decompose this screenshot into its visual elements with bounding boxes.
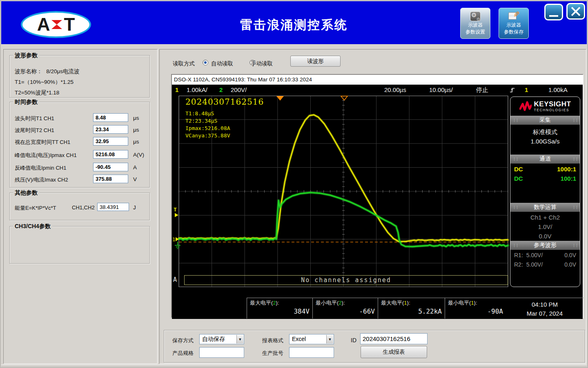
record-id-input[interactable] bbox=[360, 333, 428, 344]
measurement-cell: 最小电平(1): -90A bbox=[445, 298, 506, 319]
no-channels-banner: No channels assigned bbox=[184, 275, 508, 285]
time-row-label: 波头时间T1 CH1 bbox=[15, 115, 54, 122]
close-button[interactable] bbox=[566, 3, 585, 20]
osc-title-bar: DSO-X 1102A, CN59394193: Thu Mar 07 16:1… bbox=[172, 75, 583, 85]
math-expression: Ch1 + Ch2 bbox=[510, 213, 580, 222]
batch-number-label: 生产批号 bbox=[262, 350, 283, 357]
imax-input[interactable] bbox=[93, 175, 128, 183]
osc-status-bar: 1 1.00kA/ 2 200V/ 20.00µs 10.00µs/ 停止 1 … bbox=[172, 85, 583, 96]
ch1-coupling: DC bbox=[514, 164, 523, 174]
header-bar: A T 雷击浪涌测控系统 ⚙⚙ 示波器 参数设置 ✎ 示波器 参数保存 bbox=[1, 1, 587, 44]
time-scale: 10.00µs/ bbox=[429, 86, 453, 94]
oscilloscope-panel: 读取方式 自动读取 手动读取 读波形 DSO-X 1102A, CN593941… bbox=[159, 49, 586, 364]
minimize-button[interactable] bbox=[544, 4, 563, 20]
ch1-number: 1 bbox=[175, 86, 178, 94]
save-mode-select[interactable]: 自动保存 ▼ bbox=[199, 334, 244, 344]
reference-section-header: ⋮⋮参考波形⋮⋮ bbox=[510, 241, 580, 250]
math-section-header: ⋮⋮数学运算⋮⋮ bbox=[510, 203, 580, 212]
measurements-bar: 最大电平(2): 384V 最小电平(2): -66V 最大电平(1): 5.2… bbox=[172, 287, 583, 319]
other-params-title: 其他参数 bbox=[13, 189, 39, 197]
save-mode-label: 保存方式 bbox=[172, 337, 194, 344]
ipmin-input[interactable] bbox=[93, 163, 128, 171]
t1-input[interactable] bbox=[93, 113, 128, 122]
math-scale: 1.0V/ bbox=[510, 222, 580, 231]
ipmax-input[interactable] bbox=[93, 150, 128, 159]
time-row-label: 视在总宽度时间TT CH1 bbox=[15, 139, 70, 146]
min-level-ch2-value: -66V bbox=[316, 307, 375, 316]
chevron-down-icon[interactable]: ▼ bbox=[326, 335, 333, 343]
ref1-offset: 0.0V bbox=[564, 251, 576, 260]
batch-number-input[interactable] bbox=[289, 347, 334, 358]
sample-rate: 1.00GSa/s bbox=[510, 137, 580, 146]
acquire-section-header: ⋮⋮采集⋮⋮ bbox=[510, 116, 580, 125]
ch2-number: 2 bbox=[219, 86, 223, 94]
max-level-ch1-value: 5.22kA bbox=[381, 307, 442, 316]
channels-section-header: ⋮⋮通道⋮⋮ bbox=[510, 155, 580, 164]
waveform-name-label: 波形名称： bbox=[15, 68, 42, 74]
measurement-cell: 最小电平(2): -66V bbox=[312, 298, 378, 319]
acquire-section: 标准模式 1.00GSa/s bbox=[510, 125, 580, 155]
trigger-level-arrow-icon bbox=[175, 213, 178, 217]
t1-annotation: T1:8.48µS bbox=[185, 110, 214, 117]
report-format-select[interactable]: Excel ▼ bbox=[289, 334, 334, 344]
time-params-group: 时间参数 波头时间T1 CH1 μs 波尾时间T2 CH1 μs 视在总宽度时间… bbox=[9, 102, 150, 188]
chevron-down-icon[interactable]: ▼ bbox=[236, 335, 243, 343]
osc-settings-button[interactable]: ⚙⚙ 示波器 参数设置 bbox=[460, 8, 490, 39]
keysight-name: KEYSIGHT bbox=[534, 101, 571, 108]
min-level-ch1-value: -90A bbox=[448, 307, 503, 316]
energy-formula-label: 能量E=K*IP*Vc*T bbox=[15, 204, 56, 212]
generate-report-button[interactable]: 生成报表 bbox=[361, 346, 427, 358]
tt-input[interactable] bbox=[93, 137, 128, 146]
time-row-label: 波尾时间T2 CH1 bbox=[15, 127, 54, 134]
energy-channels-label: CH1,CH2 bbox=[72, 204, 95, 211]
read-waveform-button[interactable]: 读波形 bbox=[290, 56, 341, 67]
ch2-probe-ratio: 100:1 bbox=[561, 174, 576, 183]
product-spec-input[interactable] bbox=[199, 347, 244, 358]
waveform-name-value: 8/20μs电流波 bbox=[46, 68, 79, 74]
max-level-ch2-value: 384V bbox=[250, 307, 310, 316]
waveform-params-title: 波形参数 bbox=[13, 52, 39, 59]
measurement-cell: 最大电平(1): 5.22kA bbox=[378, 298, 445, 319]
time-row-label: 反峰值电流Ipmin CH1 bbox=[15, 164, 66, 172]
oscilloscope-screenshot: DSO-X 1102A, CN59394193: Thu Mar 07 16:1… bbox=[171, 74, 584, 318]
measurement-cell: 最大电平(2): 384V bbox=[247, 298, 312, 319]
ipmin-unit: A bbox=[133, 164, 137, 171]
waveform-params-group: 波形参数 波形名称： 8/20μs电流波 T1=（10%~90%）*1.25 T… bbox=[9, 55, 150, 98]
reference-section: R1: 5.00V/ 0.0V R2: 5.00V/ 0.0V bbox=[510, 250, 580, 269]
report-format-label: 报表格式 bbox=[262, 337, 283, 344]
osc-date: Mar 07, 2024 bbox=[506, 309, 584, 318]
trigger-edge-icon bbox=[510, 87, 515, 94]
save-icon: ✎ bbox=[508, 11, 519, 21]
trigger-level: 1.00kA bbox=[548, 86, 568, 94]
energy-input[interactable] bbox=[97, 203, 129, 211]
waveform-display: T 1 20240307162516 T1:8.48µS T bbox=[172, 96, 583, 319]
t2-formula: T2=50%波尾*1.18 bbox=[15, 89, 59, 96]
center-marker-icon bbox=[341, 96, 347, 100]
time-row-label: 峰值电流(电压)Ipmax CH1 bbox=[15, 152, 77, 159]
math-section: Ch1 + Ch2 1.0V/ 0.0V bbox=[510, 212, 580, 241]
tt-unit: μs bbox=[133, 139, 139, 145]
product-spec-label: 产品规格 bbox=[172, 350, 194, 357]
ref2-name: R2: bbox=[514, 260, 523, 269]
t2-unit: μs bbox=[133, 127, 139, 133]
ref1-scale: 5.00V/ bbox=[526, 251, 543, 260]
vcanya-annotation: VCanya:375.88V bbox=[185, 132, 230, 139]
ch34-params-group: CH3/CH4参数 bbox=[9, 226, 150, 264]
keysight-sub: TECHNOLOGIES bbox=[534, 108, 571, 112]
trigger-channel: 1 bbox=[525, 86, 528, 94]
trigger-level-marker-label: T bbox=[174, 206, 177, 213]
ch2-scale: 200V/ bbox=[231, 86, 247, 94]
ipmax-unit: A(V) bbox=[133, 152, 144, 158]
osc-save-button[interactable]: ✎ 示波器 参数保存 bbox=[499, 8, 529, 39]
t1-formula: T1=（10%~90%）*1.25 bbox=[15, 79, 74, 86]
time-reference: 20.00µs bbox=[384, 86, 406, 94]
auto-read-radio[interactable] bbox=[203, 60, 208, 65]
osc-clock: 04:10 PM Mar 07, 2024 bbox=[506, 298, 584, 319]
ch34-params-title: CH3/CH4参数 bbox=[13, 223, 52, 230]
t2-input[interactable] bbox=[93, 125, 128, 134]
osc-save-label-1: 示波器 bbox=[506, 22, 521, 28]
ch2-coupling: DC bbox=[514, 174, 523, 183]
t1-unit: μs bbox=[133, 115, 139, 121]
manual-read-label: 手动读取 bbox=[251, 60, 273, 67]
minimize-icon bbox=[549, 15, 558, 17]
